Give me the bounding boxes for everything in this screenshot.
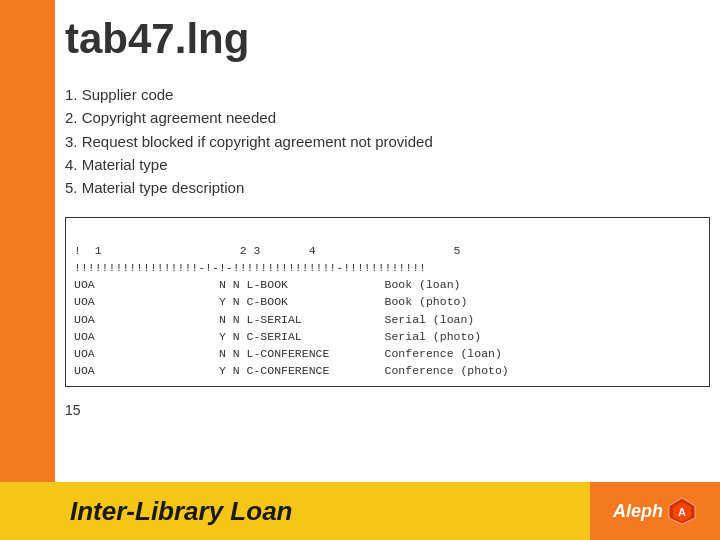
aleph-logo: Aleph A	[613, 496, 697, 526]
code-row-1: UOA N N L-BOOK Book (loan)	[74, 278, 460, 291]
code-table: ! 1 2 3 4 5 !!!!!!!!!!!!!!!!!!-!-!-!!!!!…	[65, 217, 710, 386]
page-number: 15	[65, 402, 710, 418]
list-item: 3. Request blocked if copyright agreemen…	[65, 130, 710, 153]
list-item: 2. Copyright agreement needed	[65, 106, 710, 129]
main-content: tab47.lng 1. Supplier code 2. Copyright …	[65, 15, 710, 475]
bottom-bar-yellow: Inter-Library Loan	[0, 482, 590, 540]
aleph-diamond-icon: A	[667, 496, 697, 526]
bottom-bar-title: Inter-Library Loan	[70, 496, 292, 527]
bottom-bar-logo: Aleph A	[590, 482, 720, 540]
list-section: 1. Supplier code 2. Copyright agreement …	[65, 83, 710, 199]
code-row-2: UOA Y N C-BOOK Book (photo)	[74, 295, 467, 308]
list-item: 5. Material type description	[65, 176, 710, 199]
page-title: tab47.lng	[65, 15, 710, 63]
code-row-4: UOA Y N C-SERIAL Serial (photo)	[74, 330, 481, 343]
aleph-text: Aleph	[613, 501, 663, 522]
code-header-2: !!!!!!!!!!!!!!!!!!-!-!-!!!!!!!!!!!!!!!-!…	[74, 261, 426, 274]
code-header-1: ! 1 2 3 4 5	[74, 244, 460, 257]
bottom-bar: Inter-Library Loan Aleph A	[0, 482, 720, 540]
item-list: 1. Supplier code 2. Copyright agreement …	[65, 83, 710, 199]
svg-text:A: A	[678, 506, 686, 518]
list-item: 1. Supplier code	[65, 83, 710, 106]
code-row-5: UOA N N L-CONFERENCE Conference (loan)	[74, 347, 502, 360]
left-decoration	[0, 0, 55, 540]
list-item: 4. Material type	[65, 153, 710, 176]
code-row-3: UOA N N L-SERIAL Serial (loan)	[74, 313, 474, 326]
code-row-6: UOA Y N C-CONFERENCE Conference (photo)	[74, 364, 509, 377]
